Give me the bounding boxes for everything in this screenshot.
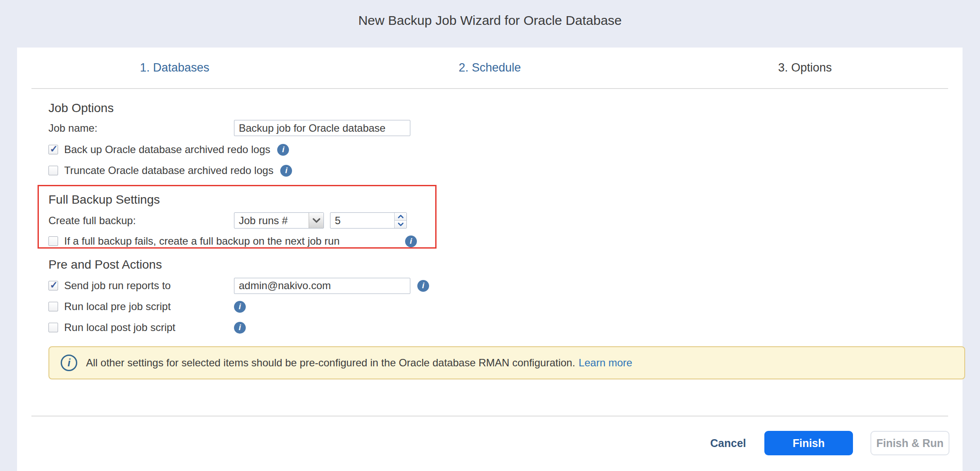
pre-script-label: Run local pre job script — [64, 300, 171, 313]
banner-text: All other settings for selected items sh… — [86, 357, 575, 369]
create-full-backup-label: Create full backup: — [48, 215, 234, 227]
tab-databases[interactable]: 1. Databases — [17, 61, 332, 75]
chevron-down-icon[interactable] — [309, 213, 323, 228]
wizard-dialog: 1. Databases 2. Schedule 3. Options Job … — [17, 48, 963, 471]
send-reports-checkbox[interactable] — [48, 281, 58, 290]
page-title: New Backup Job Wizard for Oracle Databas… — [0, 13, 980, 28]
backup-redo-logs-row: Back up Oracle database archived redo lo… — [48, 142, 965, 157]
create-full-backup-row: Create full backup: Job runs # — [48, 212, 435, 229]
finish-and-run-button[interactable]: Finish & Run — [870, 431, 949, 455]
info-icon[interactable]: i — [417, 280, 429, 292]
post-script-row: Run local post job script i — [48, 320, 965, 335]
full-backup-fail-row: If a full backup fails, create a full ba… — [48, 234, 426, 249]
post-script-label-group: Run local post job script — [48, 321, 234, 334]
info-icon[interactable]: i — [234, 322, 246, 334]
full-backup-settings-heading: Full Backup Settings — [48, 192, 435, 207]
info-icon[interactable]: i — [280, 165, 292, 177]
spinner-down-icon[interactable] — [395, 221, 406, 228]
full-backup-mode-value: Job runs # — [234, 215, 309, 227]
spinner-buttons — [394, 213, 406, 228]
pre-script-label-group: Run local pre job script — [48, 300, 234, 313]
send-reports-label-group: Send job run reports to — [48, 280, 234, 292]
spinner-up-icon[interactable] — [395, 213, 406, 221]
job-options-heading: Job Options — [48, 101, 965, 116]
rman-info-banner: i All other settings for selected items … — [48, 346, 965, 379]
post-script-label: Run local post job script — [64, 321, 175, 334]
pre-script-row: Run local pre job script i — [48, 299, 965, 314]
info-icon[interactable]: i — [234, 301, 246, 313]
job-name-label: Job name: — [48, 122, 234, 134]
tab-options[interactable]: 3. Options — [647, 61, 963, 75]
footer-actions: Cancel Finish Finish & Run — [709, 431, 949, 455]
wizard-steps: 1. Databases 2. Schedule 3. Options — [17, 48, 963, 88]
info-outline-icon: i — [61, 355, 77, 371]
learn-more-link[interactable]: Learn more — [579, 357, 633, 369]
info-icon[interactable]: i — [277, 144, 289, 156]
finish-button[interactable]: Finish — [764, 431, 853, 455]
truncate-redo-logs-checkbox[interactable] — [48, 166, 58, 175]
job-runs-input[interactable] — [330, 213, 394, 228]
job-runs-spinner — [330, 212, 407, 229]
full-backup-fail-checkbox[interactable] — [48, 236, 58, 246]
footer-divider — [31, 416, 948, 416]
pre-post-actions-heading: Pre and Post Actions — [48, 257, 965, 272]
info-icon[interactable]: i — [405, 236, 417, 247]
cancel-button[interactable]: Cancel — [709, 437, 747, 450]
send-reports-label: Send job run reports to — [64, 280, 171, 292]
tab-schedule[interactable]: 2. Schedule — [332, 61, 647, 75]
send-reports-row: Send job run reports to i — [48, 278, 965, 293]
backup-redo-logs-checkbox[interactable] — [48, 145, 58, 154]
report-email-input[interactable] — [234, 278, 410, 294]
truncate-redo-logs-row: Truncate Oracle database archived redo l… — [48, 163, 965, 178]
job-name-input[interactable] — [234, 120, 410, 136]
post-script-checkbox[interactable] — [48, 323, 58, 332]
truncate-redo-logs-label: Truncate Oracle database archived redo l… — [64, 164, 273, 177]
full-backup-mode-select[interactable]: Job runs # — [234, 212, 324, 229]
options-form: Job Options Job name: Back up Oracle dat… — [48, 89, 965, 379]
pre-script-checkbox[interactable] — [48, 302, 58, 311]
job-name-row: Job name: — [48, 120, 965, 136]
backup-redo-logs-label: Back up Oracle database archived redo lo… — [64, 143, 270, 156]
full-backup-settings-highlight: Full Backup Settings Create full backup:… — [38, 185, 437, 249]
full-backup-fail-label: If a full backup fails, create a full ba… — [64, 235, 340, 247]
